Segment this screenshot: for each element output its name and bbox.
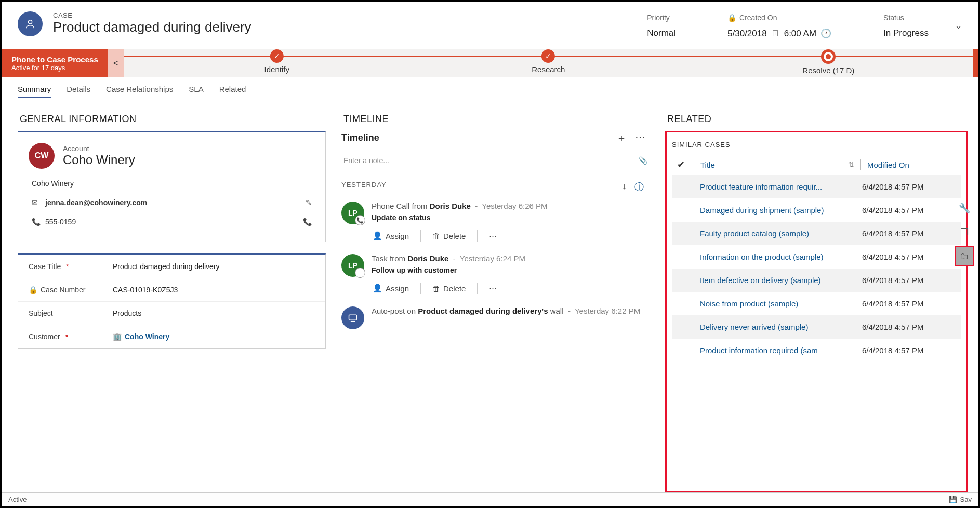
timeline-add-icon[interactable]: ＋ [616,131,627,145]
lock-icon: 🔒 [29,286,37,294]
stage-research[interactable]: ✓ Research [532,49,565,74]
assign-icon: 👤 [373,231,382,240]
tool-wrench-icon[interactable]: 🔧 [955,198,974,218]
timeline-item-actions: 👤Assign 🗑Delete ⋯ [372,283,650,294]
similar-case-title[interactable]: Delivery never arrived (sample) [700,323,862,331]
process-flyout[interactable]: Phone to Case Process Active for 17 days [2,49,108,77]
call-phone-icon[interactable]: 📞 [303,218,312,226]
task-badge-icon: ☑ [355,268,365,278]
timeline-item-header: Task from Doris Duke - Yesterday 6:24 PM [372,254,650,263]
similar-case-title[interactable]: Damaged during shipment (sample) [700,206,862,215]
priority-label: Priority [647,14,676,22]
column-modified-on[interactable]: Modified On [867,161,956,169]
note-placeholder: Enter a note... [343,156,389,165]
process-collapse-button[interactable]: < [108,49,124,77]
priority-value[interactable]: Normal [647,28,676,38]
action-separator [420,283,421,294]
status-value[interactable]: In Progress [883,28,929,38]
timeline-when: Yesterday 6:24 PM [460,254,525,263]
delete-label: Delete [443,284,466,293]
assign-label: Assign [386,232,409,240]
header-expand-chevron-icon[interactable]: ⌄ [955,20,962,31]
delete-button[interactable]: 🗑Delete [432,284,466,293]
clock-icon[interactable]: 🕐 [820,28,831,39]
required-marker: * [66,262,69,271]
timeline-item-autopost[interactable]: Auto-post on Product damaged during deli… [341,298,650,333]
account-name[interactable]: Coho Winery [63,153,135,167]
customer-value[interactable]: 🏢 Coho Winery [113,332,315,341]
priority-field: Priority Normal [647,14,676,39]
timeline-column: TIMELINE Timeline ＋ ⋯ Enter a note... 📎 … [341,105,650,492]
timeline-item-phonecall[interactable]: LP 📞 Phone Call from Doris Duke - Yester… [341,193,650,246]
similar-case-row[interactable]: Faulty product catalog (sample)6/4/2018 … [672,222,961,245]
timeline-item-header: Phone Call from Doris Duke - Yesterday 6… [372,202,650,210]
timeline-who: Doris Duke [407,254,448,263]
similar-case-row[interactable]: Noise from product (sample)6/4/2018 4:57… [672,292,961,315]
tab-summary[interactable]: Summary [18,85,51,98]
stage-identify[interactable]: ✓ Identify [264,49,289,74]
productivity-pane: 🔧 ❒ 🗂 [955,198,975,266]
subject-row[interactable]: Subject Products [18,302,325,325]
select-all-check-icon[interactable]: ✔ [677,159,687,170]
more-actions-icon[interactable]: ⋯ [489,231,497,240]
similar-case-title[interactable]: Faulty product catalog (sample) [700,229,862,238]
tab-sla[interactable]: SLA [189,85,203,98]
header-fields: Priority Normal 🔒 Created On 5/30/2018 🗓… [647,11,929,39]
company-line[interactable]: Coho Winery [29,174,315,193]
timeline-title: Timeline [341,132,379,143]
similar-case-row[interactable]: Product feature information requir...6/4… [672,175,961,198]
similar-cases-header-row: ✔ Title ⇅ Modified On [672,155,961,175]
similar-case-title[interactable]: Information on the product (sample) [700,252,862,261]
timeline-collapse-icon[interactable]: ↓ [622,181,627,193]
similar-case-title[interactable]: Item defective on delivery (sample) [700,276,862,285]
tool-cube-icon[interactable]: ❒ [955,222,974,242]
timeline-item-task[interactable]: LP ☑ Task from Doris Duke - Yesterday 6:… [341,246,650,298]
customer-row[interactable]: Customer* 🏢 Coho Winery [18,325,325,348]
tab-details[interactable]: Details [67,85,90,98]
delete-button[interactable]: 🗑Delete [432,232,466,240]
similar-case-title[interactable]: Product feature information requir... [700,182,862,191]
case-title: Product damaged during delivery [53,19,637,35]
assign-button[interactable]: 👤Assign [373,284,409,293]
assign-button[interactable]: 👤Assign [373,231,409,240]
avatar-initials: LP [348,209,357,217]
header-separator [860,159,861,170]
save-icon[interactable]: 💾 [949,496,957,503]
tab-case-relationships[interactable]: Case Relationships [106,85,173,98]
timeline-section-yesterday: YESTERDAY ↓ ⓘ LP 📞 Phone Call from Doris [341,181,650,333]
case-title-label: Case Title [29,262,61,271]
delete-icon: 🗑 [432,232,440,240]
similar-case-row[interactable]: Product information required (sam6/4/201… [672,339,961,362]
tool-similar-cases-icon[interactable]: 🗂 [955,246,974,266]
account-avatar: CW [29,143,55,169]
sort-icon[interactable]: ⇅ [848,161,854,169]
stage-resolve[interactable]: Resolve (17 D) [802,49,854,75]
similar-case-row[interactable]: Damaged during shipment (sample)6/4/2018… [672,198,961,222]
similar-case-title[interactable]: Noise from product (sample) [700,299,862,308]
case-title-row[interactable]: Case Title* Product damaged during deliv… [18,255,325,278]
similar-case-row[interactable]: Information on the product (sample)6/4/2… [672,245,961,269]
general-info-column: GENERAL INFORMATION CW Account Coho Wine… [18,105,326,492]
phone-line[interactable]: 📞555-0159 📞 [29,212,315,231]
timeline-note-input[interactable]: Enter a note... 📎 [341,150,650,171]
timeline-more-icon[interactable]: ⋯ [635,131,645,145]
column-title[interactable]: Title [700,161,842,169]
tab-related[interactable]: Related [219,85,246,98]
similar-case-row[interactable]: Delivery never arrived (sample)6/4/2018 … [672,315,961,339]
subject-value: Products [113,309,315,317]
similar-case-title[interactable]: Product information required (sam [700,346,862,355]
timeline-info-icon[interactable]: ⓘ [634,181,644,193]
attachment-icon[interactable]: 📎 [639,156,647,165]
phonecall-badge-icon: 📞 [355,215,365,225]
created-date: 5/30/2018 [727,29,767,39]
similar-case-row[interactable]: Item defective on delivery (sample)6/4/2… [672,269,961,292]
case-header: CASE Product damaged during delivery Pri… [2,2,978,49]
timeline-heading: TIMELINE [341,105,650,131]
email-line[interactable]: ✉jenna.dean@cohowinery.com ✎ [29,193,315,212]
similar-case-modified: 6/4/2018 4:57 PM [862,346,956,355]
more-actions-icon[interactable]: ⋯ [489,284,497,293]
edit-email-icon[interactable]: ✎ [306,198,312,207]
case-number-row[interactable]: 🔒Case Number CAS-01019-K0Z5J3 [18,278,325,302]
case-number-label: Case Number [41,286,85,294]
calendar-icon[interactable]: 🗓 [771,29,780,39]
